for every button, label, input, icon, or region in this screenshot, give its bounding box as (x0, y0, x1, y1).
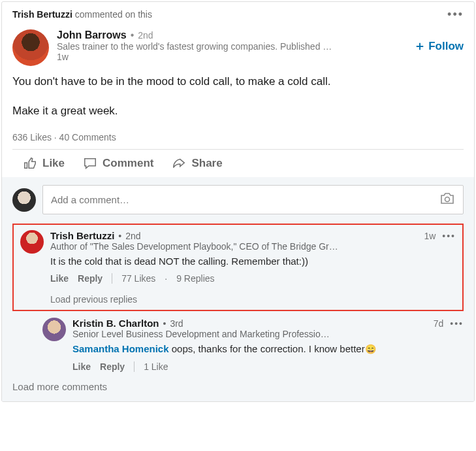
comment-actions: Like Reply 1 Like (72, 361, 464, 372)
camera-icon[interactable] (439, 191, 455, 209)
comment-like-button[interactable]: Like (50, 273, 69, 284)
comment-placeholder: Add a comment… (51, 194, 129, 205)
comment-time: 1w (424, 231, 436, 241)
post-text-line: Make it a great week. (12, 103, 464, 120)
post-header: John Barrows • 2nd Sales trainer to the … (2, 24, 474, 71)
comment-more-menu[interactable]: ••• (450, 319, 464, 328)
commenter-degree: 3rd (170, 318, 183, 329)
activity-header: Trish Bertuzzi commented on this ••• (2, 2, 474, 24)
plus-icon (414, 41, 426, 52)
highlighted-comment-box: Trish Bertuzzi • 2nd 1w ••• Author of "T… (12, 224, 464, 311)
mention-link[interactable]: Samantha Homenick (72, 343, 169, 354)
share-button[interactable]: Share (172, 156, 222, 171)
comment-more-menu[interactable]: ••• (442, 231, 456, 241)
commenter-headline: Author of "The Sales Development Playboo… (50, 241, 403, 252)
comment-actions: Like Reply 77 Likes · 9 Replies (50, 273, 456, 284)
author-degree: 2nd (138, 30, 153, 41)
comment-reply-button[interactable]: Reply (78, 273, 103, 284)
comment-icon (83, 156, 97, 171)
author-avatar[interactable] (12, 29, 49, 66)
author-headline: Sales trainer to the world's fastest gro… (57, 41, 364, 52)
add-comment-row: Add a comment… (12, 185, 464, 214)
current-user-avatar[interactable] (12, 188, 36, 212)
load-previous-replies[interactable]: Load previous replies (50, 294, 456, 305)
post-time: 1w (57, 52, 406, 62)
commenter-name[interactable]: Trish Bertuzzi (50, 230, 114, 241)
like-button[interactable]: Like (23, 156, 65, 171)
comment: Kristin B. Charlton • 3rd 7d ••• Senior … (42, 318, 464, 372)
commenter-headline: Senior Level Business Development and Ma… (72, 329, 425, 339)
likes-count[interactable]: 636 Likes (12, 132, 52, 142)
emoji: 😄 (365, 344, 376, 354)
comments-count[interactable]: 40 Comments (59, 132, 116, 142)
comment-text: Samantha Homenick oops, thanks for the c… (72, 342, 464, 356)
comment-text: It is the cold that is dead NOT the call… (50, 254, 456, 268)
comment-likes-count[interactable]: 1 Like (144, 361, 168, 372)
feed-post-card: Trish Bertuzzi commented on this ••• Joh… (1, 1, 475, 402)
activity-actor[interactable]: Trish Bertuzzi (12, 9, 72, 20)
comment-likes-count[interactable]: 77 Likes (121, 273, 155, 284)
comment-reply-button[interactable]: Reply (100, 361, 125, 372)
share-icon (172, 156, 186, 171)
author-name[interactable]: John Barrows (57, 29, 127, 41)
comment-like-button[interactable]: Like (72, 361, 91, 372)
commenter-name[interactable]: Kristin B. Charlton (72, 318, 159, 329)
comment: Trish Bertuzzi • 2nd 1w ••• Author of "T… (20, 230, 456, 305)
comments-area: Add a comment… Trish Bertuzzi • 2nd 1w • (2, 177, 474, 401)
comment-button[interactable]: Comment (83, 156, 153, 171)
like-icon (23, 156, 37, 171)
commenter-avatar[interactable] (42, 318, 66, 341)
action-bar: Like Comment Share (12, 150, 464, 177)
social-counts: 636 Likes · 40 Comments (12, 131, 464, 150)
post-text-line: You don't have to be in the mood to cold… (12, 74, 464, 90)
comment-time: 7d (434, 318, 444, 329)
follow-button[interactable]: Follow (414, 29, 464, 53)
activity-action: commented on this (75, 9, 152, 20)
svg-point-0 (445, 197, 450, 202)
comment-input[interactable]: Add a comment… (42, 185, 464, 214)
commenter-degree: 2nd (125, 231, 140, 241)
post-body: You don't have to be in the mood to cold… (2, 71, 474, 131)
post-more-menu[interactable]: ••• (447, 8, 464, 20)
reply-thread: Kristin B. Charlton • 3rd 7d ••• Senior … (12, 318, 464, 372)
commenter-avatar[interactable] (20, 230, 44, 254)
comment-replies-count[interactable]: 9 Replies (176, 273, 214, 284)
load-more-comments[interactable]: Load more comments (12, 381, 464, 392)
